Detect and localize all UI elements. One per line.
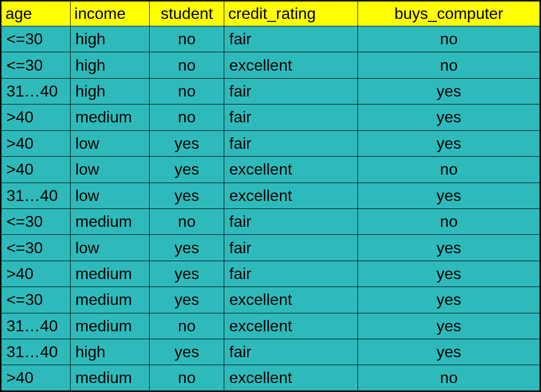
table-row: >40 medium no excellent no	[1, 365, 541, 392]
cell-buys: yes	[358, 130, 541, 156]
cell-student: no	[150, 208, 224, 234]
cell-age: 31…40	[1, 339, 71, 365]
cell-credit: fair	[224, 78, 358, 104]
table-row: <=30 high no fair no	[1, 26, 541, 52]
table-row: 31…40 low yes excellent yes	[1, 183, 541, 208]
cell-credit: fair	[224, 261, 358, 287]
cell-income: low	[70, 130, 150, 156]
cell-buys: yes	[358, 339, 541, 365]
cell-income: low	[70, 157, 150, 183]
cell-buys: no	[358, 208, 541, 234]
cell-age: 31…40	[1, 313, 71, 339]
cell-age: <=30	[1, 208, 71, 234]
cell-buys: yes	[358, 104, 541, 130]
cell-credit: excellent	[224, 157, 358, 183]
cell-student: yes	[150, 287, 224, 313]
cell-income: medium	[70, 365, 150, 392]
table-row: >40 medium no fair yes	[1, 104, 541, 130]
cell-income: medium	[70, 261, 150, 287]
cell-buys: no	[358, 26, 541, 52]
cell-buys: yes	[358, 287, 541, 313]
cell-student: no	[150, 104, 224, 130]
header-credit-rating: credit_rating	[224, 1, 358, 26]
header-student: student	[150, 1, 224, 26]
cell-student: no	[150, 78, 224, 104]
header-age: age	[1, 1, 71, 26]
table-row: <=30 high no excellent no	[1, 52, 541, 78]
cell-student: no	[150, 26, 224, 52]
cell-age: >40	[1, 365, 71, 392]
cell-credit: fair	[224, 339, 358, 365]
cell-buys: yes	[358, 78, 541, 104]
cell-credit: fair	[224, 26, 358, 52]
cell-student: yes	[150, 157, 224, 183]
cell-credit: fair	[224, 104, 358, 130]
cell-income: low	[70, 235, 150, 261]
cell-age: >40	[1, 261, 71, 287]
table-row: 31…40 high no fair yes	[1, 78, 541, 104]
cell-income: high	[70, 339, 150, 365]
table-row: >40 low yes excellent no	[1, 157, 541, 183]
cell-credit: excellent	[224, 365, 358, 392]
cell-age: <=30	[1, 235, 71, 261]
cell-income: medium	[70, 287, 150, 313]
cell-student: no	[150, 365, 224, 392]
cell-age: 31…40	[1, 78, 71, 104]
table-row: <=30 low yes fair yes	[1, 235, 541, 261]
table-row: 31…40 high yes fair yes	[1, 339, 541, 365]
cell-age: <=30	[1, 287, 71, 313]
cell-credit: excellent	[224, 183, 358, 208]
cell-student: yes	[150, 261, 224, 287]
cell-income: high	[70, 26, 150, 52]
table-row: <=30 medium no fair no	[1, 208, 541, 234]
cell-buys: yes	[358, 235, 541, 261]
cell-age: 31…40	[1, 183, 71, 208]
cell-student: yes	[150, 183, 224, 208]
cell-income: high	[70, 52, 150, 78]
cell-age: >40	[1, 130, 71, 156]
cell-credit: fair	[224, 208, 358, 234]
cell-buys: no	[358, 365, 541, 392]
cell-credit: excellent	[224, 287, 358, 313]
cell-buys: no	[358, 52, 541, 78]
cell-income: medium	[70, 313, 150, 339]
cell-student: no	[150, 313, 224, 339]
data-table: age income student credit_rating buys_co…	[0, 0, 541, 392]
table-row: >40 medium yes fair yes	[1, 261, 541, 287]
table-body: <=30 high no fair no <=30 high no excell…	[1, 26, 541, 392]
cell-age: >40	[1, 157, 71, 183]
cell-credit: excellent	[224, 313, 358, 339]
cell-student: yes	[150, 339, 224, 365]
cell-income: high	[70, 78, 150, 104]
cell-buys: no	[358, 157, 541, 183]
cell-age: <=30	[1, 26, 71, 52]
cell-student: yes	[150, 235, 224, 261]
cell-student: no	[150, 52, 224, 78]
cell-age: >40	[1, 104, 71, 130]
cell-income: medium	[70, 104, 150, 130]
cell-income: low	[70, 183, 150, 208]
cell-age: <=30	[1, 52, 71, 78]
cell-student: yes	[150, 130, 224, 156]
cell-credit: fair	[224, 130, 358, 156]
header-row: age income student credit_rating buys_co…	[1, 1, 541, 26]
cell-credit: fair	[224, 235, 358, 261]
cell-income: medium	[70, 208, 150, 234]
table-row: 31…40 medium no excellent yes	[1, 313, 541, 339]
cell-buys: yes	[358, 261, 541, 287]
header-income: income	[70, 1, 150, 26]
cell-buys: yes	[358, 313, 541, 339]
cell-credit: excellent	[224, 52, 358, 78]
table-header: age income student credit_rating buys_co…	[1, 1, 541, 26]
header-buys-computer: buys_computer	[358, 1, 541, 26]
table-row: >40 low yes fair yes	[1, 130, 541, 156]
table-row: <=30 medium yes excellent yes	[1, 287, 541, 313]
cell-buys: yes	[358, 183, 541, 208]
